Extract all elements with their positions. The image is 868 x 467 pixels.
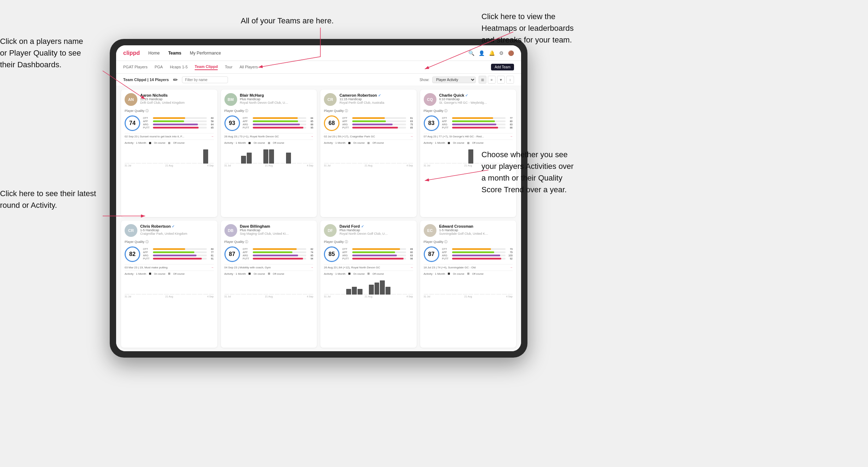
- player-name[interactable]: Edward Crossman: [439, 224, 513, 228]
- quality-container[interactable]: 93 OTT 84 APP 85 ARG: [224, 115, 314, 131]
- latest-round[interactable]: 02 Jul 23 | 59 (+17), Craigmillar Park G…: [324, 133, 413, 140]
- settings-icon[interactable]: ⚙: [499, 50, 504, 56]
- on-course-dot: [249, 142, 251, 144]
- latest-round[interactable]: 02 Sep 23 | Sunset round to get back int…: [125, 133, 214, 140]
- player-name[interactable]: Blair McHarg: [240, 93, 314, 97]
- player-info: Aaron Nicholls 11:15 Handicap Drift Golf…: [140, 93, 214, 104]
- stat-label-ott: OTT: [342, 248, 351, 250]
- stat-value-ott: 82: [308, 248, 313, 250]
- chart-bar: [446, 163, 451, 164]
- bell-icon[interactable]: 🔔: [489, 50, 495, 56]
- player-name[interactable]: Chris Robertson ✓: [140, 224, 214, 228]
- grid-view-button[interactable]: ⊞: [479, 76, 486, 84]
- quality-circle[interactable]: 82: [125, 246, 140, 262]
- quality-container[interactable]: 85 OTT 89 APP 80 ARG: [324, 246, 413, 262]
- player-name[interactable]: Charlie Quick ✓: [439, 93, 513, 97]
- chart-date-label: 21 Aug: [464, 295, 472, 298]
- subnav-pga[interactable]: PGA: [155, 65, 163, 70]
- chart-bar: [402, 294, 407, 295]
- latest-round[interactable]: 26 Aug 23 | 73 (+1), Royal North Devon G…: [224, 133, 314, 140]
- chart-bar: [275, 163, 280, 164]
- latest-round[interactable]: 03 Mar 23 | 19, Must make putting →: [125, 264, 214, 271]
- stat-row-arg: ARG 84: [143, 123, 214, 126]
- activity-select[interactable]: Player Activity Quality Score Trend: [432, 76, 476, 83]
- player-avatar: DF: [324, 224, 337, 237]
- nav-item-teams[interactable]: Teams: [168, 51, 181, 56]
- subnav-team-clippd[interactable]: Team Clippd: [195, 64, 218, 70]
- stat-row-arg: ARG 83: [442, 123, 513, 126]
- stat-label-putt: PUTT: [143, 126, 152, 129]
- nav-item-my-performance[interactable]: My Performance: [190, 51, 221, 56]
- nav-logo[interactable]: clippd: [123, 50, 140, 56]
- player-card[interactable]: EC Edward Crossman 1-5 Handicap Sunningd…: [420, 221, 516, 348]
- annotation-teams: All of your Teams are here.: [241, 15, 334, 27]
- subnav-tour[interactable]: Tour: [225, 65, 232, 70]
- subnav-right: Add Team: [491, 64, 514, 70]
- player-card[interactable]: CR Cameron Robertson ✓ 11:15 Handicap Ro…: [320, 90, 417, 217]
- chart-bar: [463, 294, 468, 295]
- chart-bar: [440, 163, 445, 164]
- chart-bar: [358, 289, 362, 295]
- player-card[interactable]: BM Blair McHarg Plus Handicap Royal Nort…: [221, 90, 317, 217]
- stat-label-ott: OTT: [442, 117, 451, 119]
- stat-bar-container-arg: [352, 124, 406, 125]
- activity-chart: [224, 277, 314, 295]
- search-icon[interactable]: 🔍: [468, 50, 474, 56]
- chart-date-label: 31 Jul: [324, 295, 331, 298]
- chart-bar: [286, 294, 291, 295]
- sort-button[interactable]: ↕: [506, 76, 514, 84]
- nav-item-home[interactable]: Home: [148, 51, 160, 56]
- player-name[interactable]: David Ford ✓: [339, 224, 413, 228]
- stat-bar-ott: [153, 248, 185, 250]
- quality-circle[interactable]: 87: [224, 246, 240, 262]
- subnav-all-players[interactable]: All Players: [240, 65, 258, 70]
- edit-icon[interactable]: ✏: [173, 76, 178, 83]
- avatar-icon[interactable]: 🟤: [508, 50, 514, 56]
- player-card[interactable]: DB Dave Billingham Plus Handicap Sog Mag…: [221, 221, 317, 348]
- quality-container[interactable]: 68 OTT 61 APP 63 ARG: [324, 115, 413, 131]
- quality-container[interactable]: 82 OTT 60 APP 77 ARG: [125, 246, 214, 262]
- subnav-pgat[interactable]: PGAT Players: [123, 65, 148, 70]
- quality-circle[interactable]: 83: [424, 115, 439, 131]
- filter-input[interactable]: [182, 76, 228, 83]
- player-name[interactable]: Dave Billingham: [240, 224, 314, 228]
- stat-value-ott: 84: [308, 117, 313, 119]
- latest-round[interactable]: 04 Sep 23 | Mobility with coach, Gym →: [224, 264, 314, 271]
- quality-section-label: Player Quality ⓘ: [324, 240, 413, 244]
- stat-bar-container-putt: [352, 127, 406, 129]
- player-card[interactable]: DF David Ford ✓ Plus Handicap Royal Nort…: [320, 221, 417, 348]
- stat-bar-arg: [153, 124, 198, 125]
- activity-chart: [424, 277, 513, 295]
- player-card[interactable]: AN Aaron Nicholls 11:15 Handicap Drift G…: [121, 90, 217, 217]
- chart-bar: [391, 294, 396, 295]
- stat-value-arg: 83: [507, 123, 513, 126]
- latest-round[interactable]: 07 Aug 23 | 77 (+7), St George's Hill GC…: [424, 133, 513, 140]
- player-name[interactable]: Cameron Robertson ✓: [339, 93, 413, 97]
- quality-circle[interactable]: 93: [224, 115, 240, 131]
- round-arrow: →: [310, 135, 313, 138]
- list-view-button[interactable]: ≡: [488, 76, 496, 84]
- player-handicap: Plus Handicap: [339, 228, 413, 232]
- chart-bar: [369, 163, 374, 164]
- quality-circle[interactable]: 87: [424, 246, 439, 262]
- quality-container[interactable]: 74 OTT 60 APP 58 ARG: [125, 115, 214, 131]
- quality-container[interactable]: 87 OTT 73 APP 79 ARG: [424, 246, 513, 262]
- quality-circle[interactable]: 68: [324, 115, 339, 131]
- profile-icon[interactable]: 👤: [479, 50, 485, 56]
- chart-bar: [203, 294, 208, 295]
- player-handicap: 11:15 Handicap: [339, 97, 413, 101]
- subnav-hcaps[interactable]: Hcaps 1-5: [170, 65, 188, 70]
- filter-button[interactable]: ▼: [497, 76, 505, 84]
- stat-value-app: 80: [507, 120, 513, 123]
- player-name[interactable]: Aaron Nicholls: [140, 93, 214, 97]
- latest-round[interactable]: 18 Jul 23 | 74 (+4), Sunningdale GC - Ol…: [424, 264, 513, 271]
- quality-container[interactable]: 87 OTT 82 APP 74 ARG: [224, 246, 314, 262]
- add-team-button[interactable]: Add Team: [491, 64, 514, 70]
- chart-date-label: 4 Sep: [307, 164, 313, 167]
- player-card[interactable]: CR Chris Robertson ✓ 1-5 Handicap Craigm…: [121, 221, 217, 348]
- quality-circle[interactable]: 85: [324, 246, 339, 262]
- annotation-activities: Choose whether you seeyour players Activ…: [481, 149, 573, 195]
- quality-circle[interactable]: 74: [125, 115, 140, 131]
- quality-container[interactable]: 83 OTT 77 APP 80 ARG: [424, 115, 513, 131]
- latest-round[interactable]: 26 Aug 23 | 84 (+12), Royal North Devon …: [324, 264, 413, 271]
